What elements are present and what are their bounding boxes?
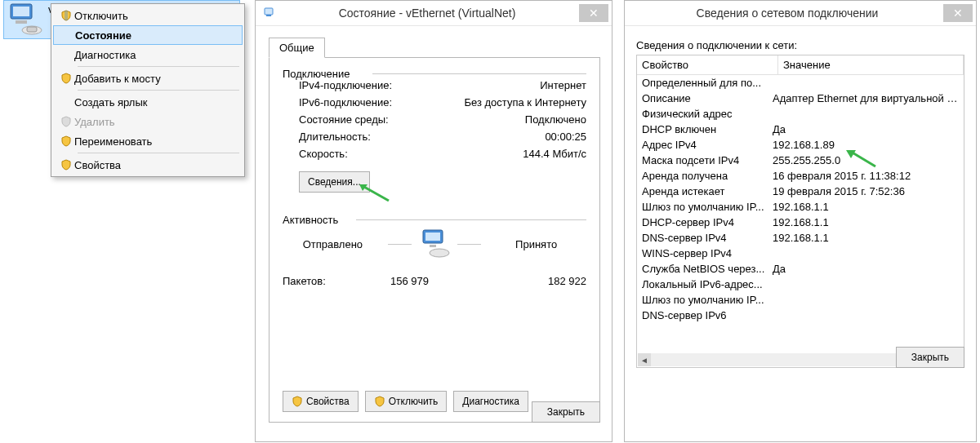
title-bar[interactable]: Состояние - vEthernet (VirtualNet) ✕ xyxy=(256,1,612,26)
property-cell: DHCP-сервер IPv4 xyxy=(642,216,773,228)
diagnostics-button[interactable]: Диагностика xyxy=(453,391,528,412)
shield-icon xyxy=(58,159,74,171)
svg-rect-5 xyxy=(265,8,273,15)
ctx-label: Переименовать xyxy=(74,135,152,148)
ipv6-value: Без доступа к Интернету xyxy=(464,96,586,109)
ctx-item-diagnostics[interactable]: Диагностика xyxy=(53,45,243,64)
chevron-left-icon: ◄ xyxy=(640,356,648,365)
close-button[interactable]: Закрыть xyxy=(532,401,600,423)
property-cell: DHCP включен xyxy=(642,123,773,135)
value-cell: Адаптер Ethernet для виртуальной сети xyxy=(773,92,959,104)
packets-received-value: 182 922 xyxy=(479,275,586,287)
shield-icon xyxy=(58,10,74,21)
separator xyxy=(457,244,481,245)
value-cell xyxy=(773,309,959,321)
table-row[interactable]: DNS-сервер IPv4192.168.1.1 xyxy=(637,230,964,246)
activity-computer-icon xyxy=(416,228,452,260)
button-label: Свойства xyxy=(306,396,350,407)
shield-icon xyxy=(58,135,74,147)
details-table: Свойство Значение Определенный для по...… xyxy=(636,55,964,368)
svg-rect-8 xyxy=(425,233,440,241)
value-cell: 192.168.1.89 xyxy=(773,139,959,151)
value-cell: 192.168.1.1 xyxy=(773,216,959,228)
dialog-title: Состояние - vEthernet (VirtualNet) xyxy=(275,7,579,20)
button-label: Отключить xyxy=(389,396,439,407)
value-cell xyxy=(773,108,959,120)
shield-icon xyxy=(58,73,74,84)
property-cell: Локальный IPv6-адрес... xyxy=(642,278,773,290)
details-button[interactable]: Сведения... xyxy=(299,171,370,193)
separator xyxy=(388,244,412,245)
property-cell: WINS-сервер IPv4 xyxy=(642,247,773,259)
property-cell: Определенный для по... xyxy=(642,77,773,89)
media-value: Подключено xyxy=(525,113,586,126)
speed-value: 144.4 Мбит/с xyxy=(523,148,586,160)
property-cell: Описание xyxy=(642,92,773,104)
ctx-item-shortcut[interactable]: Создать ярлык xyxy=(53,92,243,112)
table-row[interactable]: Аренда истекает19 февраля 2015 г. 7:52:3… xyxy=(637,184,964,199)
ctx-item-status[interactable]: Состояние xyxy=(53,25,243,45)
tab-general[interactable]: Общие xyxy=(269,38,325,58)
property-cell: DNS-сервер IPv6 xyxy=(642,309,773,321)
value-cell xyxy=(773,247,959,259)
duration-value: 00:00:25 xyxy=(545,131,586,143)
value-cell: 16 февраля 2015 г. 11:38:12 xyxy=(773,170,959,182)
close-button[interactable]: ✕ xyxy=(579,4,608,22)
table-row[interactable]: WINS-сервер IPv4 xyxy=(637,246,964,261)
packets-label: Пакетов: xyxy=(283,275,356,287)
status-dialog: Состояние - vEthernet (VirtualNet) ✕ Общ… xyxy=(255,0,612,442)
table-row[interactable]: Служба NetBIOS через...Да xyxy=(637,261,964,277)
property-cell: Шлюз по умолчанию IP... xyxy=(642,201,773,213)
table-row[interactable]: DHCP включенДа xyxy=(637,122,964,137)
table-row[interactable]: Шлюз по умолчанию IP... xyxy=(637,292,964,308)
scroll-left-button[interactable]: ◄ xyxy=(638,353,651,366)
ctx-item-rename[interactable]: Переименовать xyxy=(53,131,243,151)
property-cell: DNS-сервер IPv4 xyxy=(642,232,773,244)
table-row[interactable]: Адрес IPv4192.168.1.89 xyxy=(637,137,964,153)
details-dialog: Сведения о сетевом подключении ✕ Сведени… xyxy=(624,0,977,442)
table-row[interactable]: Определенный для по... xyxy=(637,75,964,91)
tab-page-general: Подключение IPv4-подключение: Интернет I… xyxy=(269,57,600,423)
value-cell: 192.168.1.1 xyxy=(773,232,959,244)
ctx-item-properties[interactable]: Свойства xyxy=(53,155,243,175)
media-label: Состояние среды: xyxy=(299,113,389,126)
duration-label: Длительность: xyxy=(299,131,371,143)
context-menu: Отключить Состояние Диагностика Добавить… xyxy=(51,3,245,177)
ctx-label: Отключить xyxy=(74,10,128,22)
property-cell: Служба NetBIOS через... xyxy=(642,263,773,275)
shield-icon xyxy=(58,116,74,127)
received-label: Принято xyxy=(486,238,586,250)
group-activity-label: Активность xyxy=(283,214,338,226)
properties-button[interactable]: Свойства xyxy=(283,391,359,412)
value-cell: Да xyxy=(773,123,959,135)
table-row[interactable]: Физический адрес xyxy=(637,106,964,122)
value-cell xyxy=(773,278,959,290)
table-row[interactable]: ОписаниеАдаптер Ethernet для виртуальной… xyxy=(637,91,964,106)
table-row[interactable]: Аренда получена16 февраля 2015 г. 11:38:… xyxy=(637,168,964,184)
property-cell: Физический адрес xyxy=(642,108,773,120)
column-value[interactable]: Значение xyxy=(778,55,964,74)
ctx-label: Состояние xyxy=(75,29,131,42)
ctx-item-disable[interactable]: Отключить xyxy=(53,6,243,25)
ctx-label: Свойства xyxy=(74,159,121,171)
table-row[interactable]: DHCP-сервер IPv4192.168.1.1 xyxy=(637,215,964,230)
value-cell xyxy=(773,77,959,89)
column-property[interactable]: Свойство xyxy=(637,55,778,74)
close-icon: ✕ xyxy=(589,7,599,20)
ctx-item-bridge[interactable]: Добавить к мосту xyxy=(53,69,243,88)
property-cell: Маска подсети IPv4 xyxy=(642,154,773,166)
close-button[interactable]: ✕ xyxy=(943,4,973,22)
close-button[interactable]: Закрыть xyxy=(896,347,964,368)
title-bar[interactable]: Сведения о сетевом подключении ✕ xyxy=(625,1,976,26)
ctx-item-delete: Удалить xyxy=(53,112,243,131)
table-row[interactable]: Маска подсети IPv4255.255.255.0 xyxy=(637,153,964,168)
disable-button[interactable]: Отключить xyxy=(365,391,448,412)
table-row[interactable]: Шлюз по умолчанию IP...192.168.1.1 xyxy=(637,199,964,215)
svg-rect-2 xyxy=(16,20,27,24)
table-row[interactable]: DNS-сервер IPv6 xyxy=(637,308,964,323)
value-cell: 255.255.255.0 xyxy=(773,154,959,166)
property-cell: Шлюз по умолчанию IP... xyxy=(642,294,773,306)
packets-sent-value: 156 979 xyxy=(356,275,463,287)
separator xyxy=(78,153,239,153)
table-row[interactable]: Локальный IPv6-адрес... xyxy=(637,277,964,292)
